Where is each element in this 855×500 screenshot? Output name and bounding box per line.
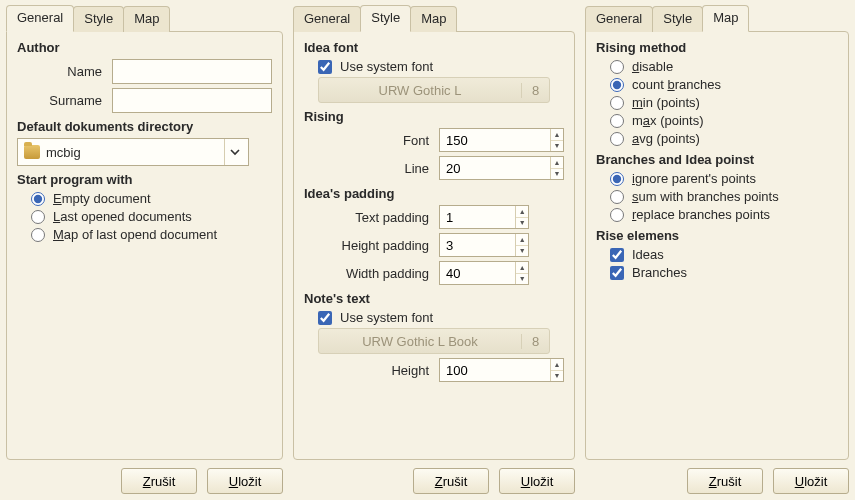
tab-general[interactable]: General bbox=[6, 5, 74, 32]
widthpad-input[interactable] bbox=[440, 262, 515, 284]
panel-general: General Style Map Author Name Surname De… bbox=[6, 6, 283, 494]
note-sysfont-input[interactable] bbox=[318, 311, 332, 325]
rm-disable-radio[interactable]: disable bbox=[610, 59, 838, 74]
rm-max-radio[interactable]: max (points) bbox=[610, 113, 838, 128]
spin-up-icon[interactable]: ▲ bbox=[516, 206, 528, 218]
elem-branches-check[interactable]: Branches bbox=[610, 265, 838, 280]
default-dir-combo[interactable]: mcbig bbox=[17, 138, 249, 166]
idea-sysfont-label: Use system font bbox=[340, 59, 433, 74]
rising-heading: Rising bbox=[304, 109, 564, 124]
tabstrip-general: General Style Map bbox=[6, 6, 283, 31]
page-style: Idea font Use system font URW Gothic L 8… bbox=[293, 31, 575, 460]
tab-map[interactable]: Map bbox=[410, 6, 457, 32]
rm-count-radio[interactable]: count branches bbox=[610, 77, 838, 92]
elem-ideas-check[interactable]: Ideas bbox=[610, 247, 838, 262]
button-row-style: Zrušit Uložit bbox=[293, 468, 575, 494]
idea-font-button: URW Gothic L 8 bbox=[318, 77, 550, 103]
rm-max-input[interactable] bbox=[610, 114, 624, 128]
surname-input[interactable] bbox=[112, 88, 272, 113]
default-dir-value: mcbig bbox=[46, 145, 224, 160]
start-last-input[interactable] bbox=[31, 210, 45, 224]
rm-avg-radio[interactable]: avg (points) bbox=[610, 131, 838, 146]
bp-replace-input[interactable] bbox=[610, 208, 624, 222]
name-label: Name bbox=[17, 64, 112, 79]
rising-font-input[interactable] bbox=[440, 129, 550, 151]
spin-up-icon[interactable]: ▲ bbox=[551, 359, 563, 371]
tabstrip-style: General Style Map bbox=[293, 6, 575, 31]
spin-up-icon[interactable]: ▲ bbox=[551, 157, 563, 169]
save-button[interactable]: Uložit bbox=[499, 468, 575, 494]
spin-down-icon[interactable]: ▼ bbox=[516, 246, 528, 257]
start-with-heading: Start program with bbox=[17, 172, 272, 187]
bp-ignore-radio[interactable]: ignore parent's points bbox=[610, 171, 838, 186]
rising-line-spin[interactable]: ▲▼ bbox=[439, 156, 564, 180]
elem-branches-input[interactable] bbox=[610, 266, 624, 280]
branches-heading: Branches and Idea poinst bbox=[596, 152, 838, 167]
bp-sum-input[interactable] bbox=[610, 190, 624, 204]
textpad-spin[interactable]: ▲▼ bbox=[439, 205, 529, 229]
bp-sum-radio[interactable]: sum with branches points bbox=[610, 189, 838, 204]
note-height-label: Height bbox=[304, 363, 439, 378]
start-empty-radio[interactable]: Empty document bbox=[31, 191, 272, 206]
rm-min-input[interactable] bbox=[610, 96, 624, 110]
rising-font-spin[interactable]: ▲▼ bbox=[439, 128, 564, 152]
spin-down-icon[interactable]: ▼ bbox=[551, 371, 563, 382]
tabstrip-map: General Style Map bbox=[585, 6, 849, 31]
bp-ignore-input[interactable] bbox=[610, 172, 624, 186]
save-button[interactable]: Uložit bbox=[207, 468, 283, 494]
heightpad-spin[interactable]: ▲▼ bbox=[439, 233, 529, 257]
widthpad-spin[interactable]: ▲▼ bbox=[439, 261, 529, 285]
spin-down-icon[interactable]: ▼ bbox=[551, 141, 563, 152]
start-map-input[interactable] bbox=[31, 228, 45, 242]
spin-down-icon[interactable]: ▼ bbox=[551, 169, 563, 180]
tab-style[interactable]: Style bbox=[73, 6, 124, 32]
start-map-radio[interactable]: Map of last opend document bbox=[31, 227, 272, 242]
note-sysfont-check[interactable]: Use system font bbox=[318, 310, 564, 325]
tab-map[interactable]: Map bbox=[702, 5, 749, 32]
page-general: Author Name Surname Default dokuments di… bbox=[6, 31, 283, 460]
spin-down-icon[interactable]: ▼ bbox=[516, 274, 528, 285]
cancel-button[interactable]: Zrušit bbox=[413, 468, 489, 494]
spin-down-icon[interactable]: ▼ bbox=[516, 218, 528, 229]
save-button[interactable]: Uložit bbox=[773, 468, 849, 494]
rm-count-input[interactable] bbox=[610, 78, 624, 92]
spin-up-icon[interactable]: ▲ bbox=[516, 262, 528, 274]
cancel-button[interactable]: Zrušit bbox=[121, 468, 197, 494]
panel-style: General Style Map Idea font Use system f… bbox=[293, 6, 575, 494]
rising-line-input[interactable] bbox=[440, 157, 550, 179]
tab-general[interactable]: General bbox=[293, 6, 361, 32]
elem-ideas-input[interactable] bbox=[610, 248, 624, 262]
heightpad-label: Height padding bbox=[304, 238, 439, 253]
button-row-general: Zrušit Uložit bbox=[6, 468, 283, 494]
note-height-spin[interactable]: ▲▼ bbox=[439, 358, 564, 382]
heightpad-input[interactable] bbox=[440, 234, 515, 256]
rising-line-label: Line bbox=[304, 161, 439, 176]
button-row-map: Zrušit Uložit bbox=[585, 468, 849, 494]
chevron-down-icon[interactable] bbox=[224, 139, 244, 165]
rm-min-radio[interactable]: min (points) bbox=[610, 95, 838, 110]
rm-disable-input[interactable] bbox=[610, 60, 624, 74]
note-font-button: URW Gothic L Book 8 bbox=[318, 328, 550, 354]
note-height-input[interactable] bbox=[440, 359, 550, 381]
folder-icon bbox=[24, 145, 40, 159]
spin-up-icon[interactable]: ▲ bbox=[516, 234, 528, 246]
rising-font-label: Font bbox=[304, 133, 439, 148]
surname-label: Surname bbox=[17, 93, 112, 108]
spin-up-icon[interactable]: ▲ bbox=[551, 129, 563, 141]
tab-map[interactable]: Map bbox=[123, 6, 170, 32]
idea-sysfont-check[interactable]: Use system font bbox=[318, 59, 564, 74]
start-last-radio[interactable]: Last opened documents bbox=[31, 209, 272, 224]
cancel-button[interactable]: Zrušit bbox=[687, 468, 763, 494]
rm-avg-input[interactable] bbox=[610, 132, 624, 146]
panel-map: General Style Map Rising method disable … bbox=[585, 6, 849, 494]
idea-sysfont-input[interactable] bbox=[318, 60, 332, 74]
tab-style[interactable]: Style bbox=[360, 5, 411, 32]
textpad-input[interactable] bbox=[440, 206, 515, 228]
bp-replace-radio[interactable]: replace branches points bbox=[610, 207, 838, 222]
note-heading: Note's text bbox=[304, 291, 564, 306]
widthpad-label: Width padding bbox=[304, 266, 439, 281]
name-input[interactable] bbox=[112, 59, 272, 84]
tab-general[interactable]: General bbox=[585, 6, 653, 32]
tab-style[interactable]: Style bbox=[652, 6, 703, 32]
start-empty-input[interactable] bbox=[31, 192, 45, 206]
